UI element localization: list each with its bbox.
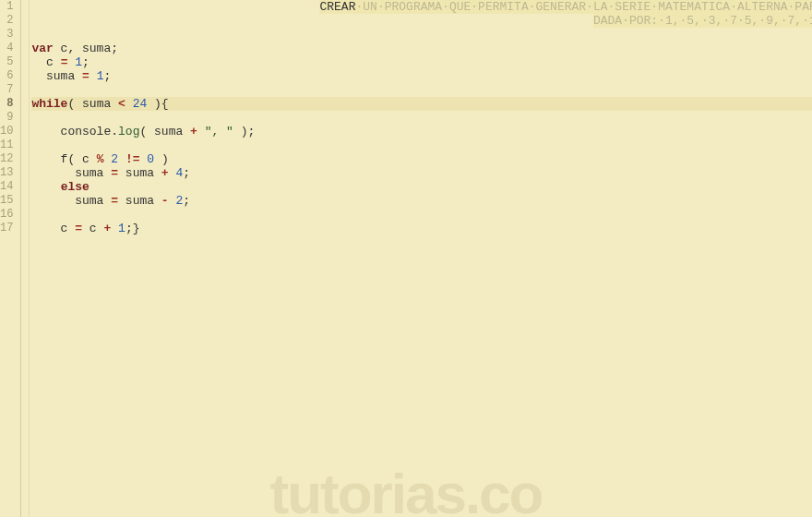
line-number: 15 bbox=[0, 194, 13, 208]
line-number: 11 bbox=[0, 138, 13, 152]
code-line[interactable]: suma = 1; bbox=[31, 69, 812, 83]
line-number: 3 bbox=[0, 28, 13, 42]
code-editor: 1 2 3 4 5 6 7 8 9 10 11 12 13 14 15 16 1… bbox=[0, 0, 812, 517]
code-line[interactable]: c = 1; bbox=[31, 55, 812, 69]
line-number: 5 bbox=[0, 55, 13, 69]
code-line[interactable]: else bbox=[31, 180, 812, 194]
code-line[interactable] bbox=[31, 208, 812, 222]
code-line[interactable]: c = c + 1;} bbox=[31, 222, 812, 235]
line-number: 12 bbox=[0, 152, 13, 166]
line-number: 7 bbox=[0, 83, 13, 97]
line-number: 17 bbox=[0, 222, 13, 235]
code-line[interactable]: console.log( suma + ", " ); bbox=[31, 125, 812, 138]
code-line[interactable] bbox=[31, 83, 812, 97]
code-line[interactable]: DADA·POR:·1,·5,·3,·7·5,·9,·7,·11·HASTA·2… bbox=[31, 14, 812, 28]
code-line[interactable]: suma = suma + 4; bbox=[31, 166, 812, 180]
line-number: 9 bbox=[0, 111, 13, 125]
code-line-active[interactable]: while( suma < 24 ){ bbox=[31, 97, 812, 111]
code-line[interactable]: var c, suma; bbox=[31, 42, 812, 55]
code-line[interactable]: CREAR·UN·PROGRAMA·QUE·PERMITA·GENERAR·LA… bbox=[31, 0, 812, 14]
line-number-gutter: 1 2 3 4 5 6 7 8 9 10 11 12 13 14 15 16 1… bbox=[0, 0, 20, 517]
line-number: 1 bbox=[0, 0, 13, 14]
line-number: 8 bbox=[0, 97, 13, 111]
line-number: 2 bbox=[0, 14, 13, 28]
line-number: 6 bbox=[0, 69, 13, 83]
line-number: 10 bbox=[0, 125, 13, 138]
code-line[interactable] bbox=[31, 111, 812, 125]
code-line[interactable] bbox=[31, 138, 812, 152]
line-number: 13 bbox=[0, 166, 13, 180]
code-area[interactable]: CREAR·UN·PROGRAMA·QUE·PERMITA·GENERAR·LA… bbox=[20, 0, 812, 517]
code-lines: CREAR·UN·PROGRAMA·QUE·PERMITA·GENERAR·LA… bbox=[20, 0, 812, 235]
code-line[interactable]: suma = suma - 2; bbox=[31, 194, 812, 208]
line-number: 4 bbox=[0, 42, 13, 55]
line-number: 14 bbox=[0, 180, 13, 194]
line-number: 16 bbox=[0, 208, 13, 222]
code-line[interactable] bbox=[31, 28, 812, 42]
code-line[interactable]: f( c % 2 != 0 ) bbox=[31, 152, 812, 166]
